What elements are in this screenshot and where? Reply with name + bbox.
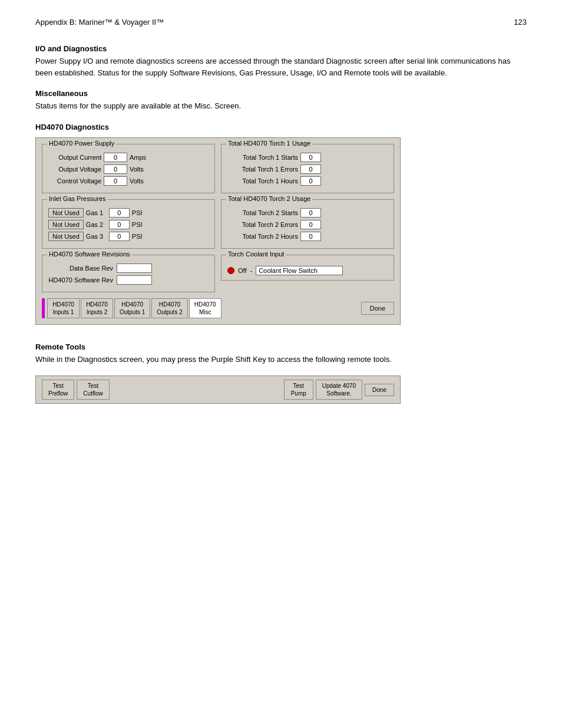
diag-tabs-bar: HD4070Inputs 1 HD4070Inputs 2 HD4070Outp… bbox=[42, 298, 394, 318]
torch2-starts-input[interactable] bbox=[300, 208, 321, 218]
control-voltage-input[interactable] bbox=[104, 176, 127, 186]
remote-tools-toolbar: TestPreflow TestCutflow TestPump Update … bbox=[35, 375, 401, 404]
torch1-starts-label: Total Torch 1 Starts bbox=[227, 154, 298, 161]
software-rev-label: HD4070 Software Rev bbox=[48, 276, 113, 284]
torch2-starts-label: Total Torch 2 Starts bbox=[227, 209, 298, 216]
output-current-unit: Amps bbox=[130, 154, 147, 161]
torch1-usage-content: Total Torch 1 Starts Total Torch 1 Error… bbox=[227, 153, 388, 186]
purple-bar bbox=[42, 298, 45, 318]
torch1-starts-row: Total Torch 1 Starts bbox=[227, 153, 388, 162]
torch2-hours-row: Total Torch 2 Hours bbox=[227, 232, 388, 241]
appendix-label: Appendix B: Mariner™ & Voyager II™ bbox=[35, 18, 164, 27]
test-pump-button[interactable]: TestPump bbox=[284, 380, 313, 400]
diag-section-title: HD4070 Diagnostics bbox=[35, 123, 527, 131]
torch2-hours-input[interactable] bbox=[300, 232, 321, 241]
torch2-hours-label: Total Torch 2 Hours bbox=[227, 233, 298, 240]
gas3-input[interactable] bbox=[109, 232, 130, 241]
torch1-usage-title: Total HD4070 Torch 1 Usage bbox=[226, 140, 312, 147]
output-current-row: Output Current Amps bbox=[48, 153, 209, 162]
coolant-row: Off - bbox=[227, 266, 388, 275]
torch1-hours-row: Total Torch 1 Hours bbox=[227, 176, 388, 186]
torch2-usage-content: Total Torch 2 Starts Total Torch 2 Error… bbox=[227, 208, 388, 241]
software-rev-title: HD4070 Software Revisions bbox=[47, 251, 132, 258]
remote-tools-title: Remote Tools bbox=[35, 342, 527, 351]
tab-hd4070-outputs1[interactable]: HD4070Outputs 1 bbox=[114, 298, 150, 318]
inlet-gas-title: Inlet Gas Pressures bbox=[47, 195, 108, 202]
power-supply-group: HD4070 Power Supply Output Current Amps … bbox=[42, 144, 215, 193]
test-cutflow-button[interactable]: TestCutflow bbox=[77, 380, 109, 400]
remote-done-button[interactable]: Done bbox=[365, 384, 394, 396]
control-voltage-unit: Volts bbox=[130, 177, 147, 185]
coolant-separator: - bbox=[250, 267, 252, 274]
control-voltage-row: Control Voltage Volts bbox=[48, 176, 209, 186]
database-rev-input[interactable] bbox=[117, 263, 152, 273]
output-voltage-unit: Volts bbox=[130, 166, 147, 173]
coolant-content: Off - bbox=[227, 266, 388, 275]
power-supply-content: Output Current Amps Output Voltage Volts… bbox=[48, 153, 209, 186]
right-panel: Total HD4070 Torch 1 Usage Total Torch 1… bbox=[221, 144, 394, 292]
torch2-errors-row: Total Torch 2 Errors bbox=[227, 220, 388, 229]
gas2-label: Gas 2 bbox=[86, 221, 107, 228]
database-rev-label: Data Base Rev bbox=[48, 265, 113, 272]
remote-tools-body: While in the Diagnostics screen, you may… bbox=[35, 354, 527, 365]
tab-hd4070-inputs1[interactable]: HD4070Inputs 1 bbox=[47, 298, 80, 318]
inlet-gas-group: Inlet Gas Pressures Not Used Gas 1 PSI N… bbox=[42, 199, 215, 249]
gas2-unit: PSI bbox=[132, 221, 143, 228]
coolant-group: Torch Coolant Input Off - bbox=[221, 255, 394, 281]
coolant-led bbox=[227, 267, 234, 274]
gas2-input[interactable] bbox=[109, 220, 130, 229]
torch1-usage-group: Total HD4070 Torch 1 Usage Total Torch 1… bbox=[221, 144, 394, 193]
gas3-row: Not Used Gas 3 PSI bbox=[48, 232, 209, 241]
coolant-title: Torch Coolant Input bbox=[226, 251, 286, 258]
misc-section-body: Status items for the supply are availabl… bbox=[35, 100, 527, 112]
torch1-hours-input[interactable] bbox=[300, 176, 321, 186]
software-rev-content: Data Base Rev HD4070 Software Rev bbox=[48, 263, 209, 285]
coolant-status-label: Off bbox=[238, 267, 246, 274]
page-header: Appendix B: Mariner™ & Voyager II™ 123 bbox=[35, 18, 527, 27]
tab-hd4070-outputs2[interactable]: HD4070Outputs 2 bbox=[151, 298, 187, 318]
output-current-input[interactable] bbox=[104, 153, 127, 162]
gas1-input[interactable] bbox=[109, 208, 130, 218]
torch1-hours-label: Total Torch 1 Hours bbox=[227, 177, 298, 185]
torch1-errors-label: Total Torch 1 Errors bbox=[227, 166, 298, 173]
gas3-status-btn[interactable]: Not Used bbox=[48, 232, 84, 241]
diagnostics-window: HD4070 Power Supply Output Current Amps … bbox=[35, 137, 401, 325]
update-software-button[interactable]: Update 4070Software. bbox=[316, 380, 362, 400]
database-rev-row: Data Base Rev bbox=[48, 263, 209, 273]
output-current-label: Output Current bbox=[48, 154, 101, 161]
torch2-errors-label: Total Torch 2 Errors bbox=[227, 221, 298, 228]
power-supply-title: HD4070 Power Supply bbox=[47, 140, 116, 147]
software-rev-input[interactable] bbox=[117, 275, 152, 285]
output-voltage-input[interactable] bbox=[104, 164, 127, 174]
torch2-errors-input[interactable] bbox=[300, 220, 321, 229]
gas1-row: Not Used Gas 1 PSI bbox=[48, 208, 209, 218]
torch1-errors-input[interactable] bbox=[300, 164, 321, 174]
tab-hd4070-inputs2[interactable]: HD4070Inputs 2 bbox=[81, 298, 113, 318]
io-section-body: Power Suppy I/O and remote diagnostics s… bbox=[35, 55, 527, 78]
gas3-unit: PSI bbox=[132, 233, 143, 240]
gas1-status-btn[interactable]: Not Used bbox=[48, 208, 84, 218]
gas1-label: Gas 1 bbox=[86, 209, 107, 216]
software-rev-row: HD4070 Software Rev bbox=[48, 275, 209, 285]
torch1-errors-row: Total Torch 1 Errors bbox=[227, 164, 388, 174]
torch1-starts-input[interactable] bbox=[300, 153, 321, 162]
gas3-label: Gas 3 bbox=[86, 233, 107, 240]
test-preflow-button[interactable]: TestPreflow bbox=[42, 380, 74, 400]
inlet-gas-content: Not Used Gas 1 PSI Not Used Gas 2 PSI No… bbox=[48, 208, 209, 241]
software-rev-group: HD4070 Software Revisions Data Base Rev … bbox=[42, 255, 215, 292]
done-button[interactable]: Done bbox=[361, 302, 394, 315]
torch2-usage-title: Total HD4070 Torch 2 Usage bbox=[226, 195, 312, 202]
torch2-starts-row: Total Torch 2 Starts bbox=[227, 208, 388, 218]
gas2-status-btn[interactable]: Not Used bbox=[48, 220, 84, 229]
torch2-usage-group: Total HD4070 Torch 2 Usage Total Torch 2… bbox=[221, 199, 394, 249]
gas2-row: Not Used Gas 2 PSI bbox=[48, 220, 209, 229]
coolant-flow-switch-input[interactable] bbox=[256, 266, 343, 275]
tab-hd4070-misc[interactable]: HD4070Misc bbox=[189, 298, 222, 318]
left-panel: HD4070 Power Supply Output Current Amps … bbox=[42, 144, 215, 292]
page-number: 123 bbox=[514, 18, 527, 27]
io-section-title: I/O and Diagnostics bbox=[35, 44, 527, 53]
control-voltage-label: Control Voltage bbox=[48, 177, 101, 185]
misc-section-title: Miscellaneous bbox=[35, 89, 527, 98]
gas1-unit: PSI bbox=[132, 209, 143, 216]
output-voltage-row: Output Voltage Volts bbox=[48, 164, 209, 174]
